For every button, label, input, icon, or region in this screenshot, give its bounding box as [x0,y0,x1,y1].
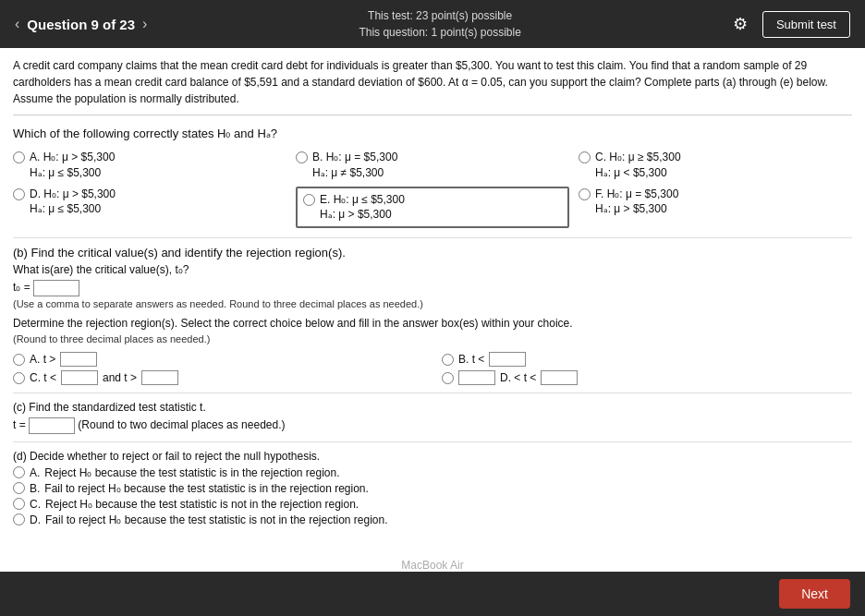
option-a-radio[interactable] [13,151,25,163]
partd-d-text: Fail to reject H₀ because the test stati… [45,513,388,526]
part-b-hint: (Use a comma to separate answers as need… [13,298,852,309]
top-bar-right: ⚙ Submit test [733,11,850,38]
part-d-option-b: B. Fail to reject H₀ because the test st… [13,482,852,495]
rejection-d-label: D. < t < [500,371,536,384]
option-c: C. H₀: μ ≥ $5,300 Hₐ: μ < $5,300 [579,150,852,181]
gear-icon[interactable]: ⚙ [733,14,748,34]
partd-b-label: B. [30,482,40,495]
rejection-c-input2[interactable] [141,370,178,385]
prev-button[interactable]: ‹ [15,16,19,32]
rejection-hint: (Round to three decimal places as needed… [13,333,852,344]
option-e-h0: H₀: μ ≤ $5,300 [334,193,405,206]
part-d-option-d: D. Fail to reject H₀ because the test st… [13,513,852,526]
t0-input[interactable] [33,280,79,296]
rejection-a-label: A. t > [30,353,55,366]
option-c-label: C. H₀: μ ≥ $5,300 Hₐ: μ < $5,300 [595,150,681,181]
test-points: This test: 23 point(s) possible [359,7,520,24]
t0-label: t₀ = [13,281,33,294]
partd-c-radio[interactable] [13,498,25,510]
option-f-radio[interactable] [579,188,591,200]
option-b-radio[interactable] [296,151,308,163]
divider-2 [13,393,852,393]
rejection-option-c: C. t < and t > [13,370,423,385]
part-c-label: (c) Find the standardized test statistic… [13,401,852,414]
question-points: This question: 1 point(s) possible [359,24,520,41]
option-a: A. H₀: μ > $5,300 Hₐ: μ ≤ $5,300 [13,150,286,181]
option-c-h0: H₀: μ ≥ $5,300 [609,151,680,163]
part-d-option-a: A. Reject H₀ because the test statistic … [13,466,852,479]
t-stat-input[interactable] [29,417,75,434]
partd-c-label: C. [30,498,41,511]
option-b-id: B. [312,151,326,163]
test-info: This test: 23 point(s) possible This que… [359,7,520,41]
divider-1 [13,237,852,238]
option-f-h0: H₀: μ = $5,300 [607,187,679,200]
rejection-d-radio[interactable] [442,372,454,384]
option-c-radio[interactable] [579,151,591,163]
watermark: MacBook Air [401,559,463,572]
t0-row: t₀ = [13,280,852,296]
part-b-label: (b) Find the critical value(s) and ident… [13,246,852,260]
part-a-question: Which of the following correctly states … [13,127,852,140]
option-e: E. H₀: μ ≤ $5,300 Hₐ: μ > $5,300 [296,187,569,229]
option-e-ha: Hₐ: μ > $5,300 [320,208,392,221]
option-f-label: F. H₀: μ = $5,300 Hₐ: μ > $5,300 [595,187,678,218]
option-a-ha: Hₐ: μ ≤ $5,300 [30,166,101,179]
option-d-ha: Hₐ: μ ≤ $5,300 [30,202,101,215]
partd-b-text: Fail to reject H₀ because the test stati… [44,482,369,495]
rejection-c-input1[interactable] [61,370,98,385]
top-bar: ‹ Question 9 of 23 › This test: 23 point… [0,0,865,48]
option-a-label: A. H₀: μ > $5,300 Hₐ: μ ≤ $5,300 [30,150,115,181]
submit-test-button[interactable]: Submit test [762,11,850,38]
option-a-id: A. [30,151,43,163]
rejection-a-input[interactable] [60,352,97,367]
option-d: D. H₀: μ > $5,300 Hₐ: μ ≤ $5,300 [13,187,286,229]
next-button[interactable]: Next [779,579,850,609]
option-d-h0: H₀: μ > $5,300 [43,187,116,200]
partd-d-radio[interactable] [13,513,25,525]
part-b-sub: What is(are) the critical value(s), t₀? [13,263,852,276]
t-stat-label: t = [13,418,29,431]
partd-c-text: Reject H₀ because the test statistic is … [45,498,359,511]
option-a-h0: H₀: μ > $5,300 [43,151,116,163]
option-b-label: B. H₀: μ = $5,300 Hₐ: μ ≠ $5,300 [312,150,397,181]
problem-statement: A credit card company claims that the me… [13,57,852,115]
main-content: A credit card company claims that the me… [0,48,865,572]
option-b-h0: H₀: μ = $5,300 [326,151,398,163]
option-e-radio[interactable] [303,194,315,206]
rejection-c-radio[interactable] [13,372,25,384]
divider-3 [13,441,852,442]
part-d-option-c: C. Reject H₀ because the test statistic … [13,498,852,511]
rejection-a-radio[interactable] [13,354,25,366]
partd-a-text: Reject H₀ because the test statistic is … [44,466,339,479]
part-a-options: A. H₀: μ > $5,300 Hₐ: μ ≤ $5,300 B. H₀: … [13,150,852,228]
partd-a-label: A. [30,466,40,479]
option-b: B. H₀: μ = $5,300 Hₐ: μ ≠ $5,300 [296,150,569,181]
rejection-d-input1[interactable] [458,370,495,385]
option-b-ha: Hₐ: μ ≠ $5,300 [312,166,384,179]
partd-d-label: D. [30,513,41,526]
partd-a-radio[interactable] [13,466,25,478]
question-navigation: ‹ Question 9 of 23 › [15,16,147,32]
partd-b-radio[interactable] [13,482,25,494]
rejection-label: Determine the rejection region(s). Selec… [13,317,852,330]
option-f: F. H₀: μ = $5,300 Hₐ: μ > $5,300 [579,187,852,229]
rejection-c-and: and t > [103,371,137,384]
rejection-c-label: C. t < [30,371,56,384]
rejection-b-input[interactable] [489,352,526,367]
t-stat-row: t = (Round to two decimal places as need… [13,417,852,434]
t-stat-hint: (Round to two decimal places as needed.) [78,418,285,431]
option-c-ha: Hₐ: μ < $5,300 [595,166,667,179]
rejection-option-a: A. t > [13,352,423,367]
rejection-d-input2[interactable] [541,370,578,385]
option-f-id: F. [595,187,607,200]
option-e-label: E. H₀: μ ≤ $5,300 Hₐ: μ > $5,300 [320,192,405,223]
part-d-options: A. Reject H₀ because the test statistic … [13,466,852,526]
option-f-ha: Hₐ: μ > $5,300 [595,202,667,215]
next-nav-button[interactable]: › [142,16,147,32]
option-d-radio[interactable] [13,188,25,200]
rejection-option-d: D. < t < [442,370,852,385]
option-d-label: D. H₀: μ > $5,300 Hₐ: μ ≤ $5,300 [30,187,116,218]
rejection-b-radio[interactable] [442,354,454,366]
rejection-options: A. t > B. t < C. t < and t > D. < t < [13,352,852,385]
